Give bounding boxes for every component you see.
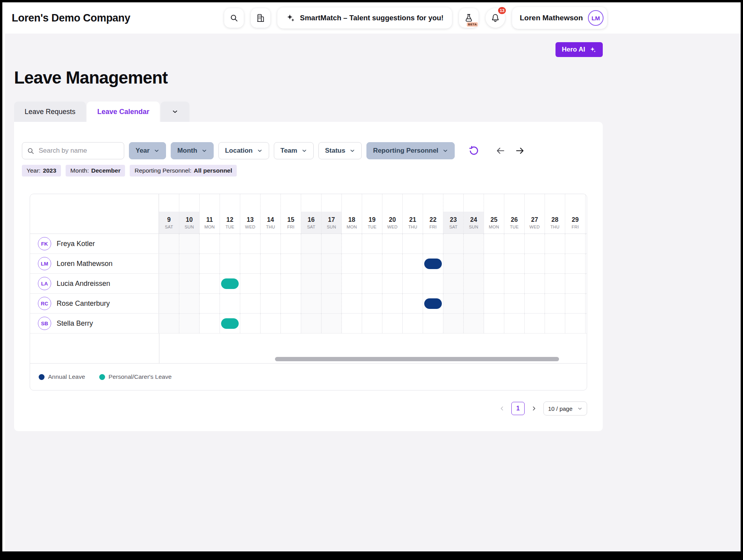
day-cell-27 — [525, 314, 545, 333]
filter-label: Month — [177, 147, 197, 155]
day-cell-9 — [159, 254, 179, 273]
applied-filter-chip: Month:December — [66, 165, 125, 177]
day-cell-23 — [443, 254, 464, 273]
day-cell-17 — [321, 274, 342, 293]
day-cell-23 — [443, 314, 464, 333]
annual-leave-pill[interactable] — [424, 259, 442, 269]
day-cell-16 — [301, 314, 321, 333]
day-header-28: 28THU — [545, 194, 565, 234]
day-cell-filler — [586, 294, 587, 313]
day-header-22: 22FRI — [423, 194, 443, 234]
day-cell-12 — [220, 274, 240, 293]
day-cell-28 — [545, 234, 565, 253]
chevron-down-icon — [172, 109, 178, 115]
day-cell-20 — [382, 234, 403, 253]
tab-more-dropdown[interactable] — [161, 102, 189, 122]
sparkle-icon — [589, 46, 597, 54]
filter-month[interactable]: Month — [171, 142, 214, 159]
day-cell-16 — [301, 294, 321, 313]
day-cell-28 — [545, 294, 565, 313]
day-header-10: 10SUN — [179, 194, 200, 234]
horizontal-scrollbar[interactable] — [275, 357, 559, 361]
filter-year[interactable]: Year — [129, 142, 166, 159]
day-cell-15 — [281, 294, 301, 313]
filter-status[interactable]: Status — [318, 142, 362, 159]
day-cell-29 — [565, 234, 586, 253]
day-cell-17 — [321, 254, 342, 273]
day-header-12: 12TUE — [220, 194, 240, 234]
day-header-23: 23SAT — [443, 194, 464, 234]
day-cell-18 — [342, 314, 362, 333]
day-cell-21 — [403, 314, 423, 333]
day-cell-22 — [423, 234, 443, 253]
filter-team[interactable]: Team — [274, 142, 314, 159]
chevron-right-icon — [531, 405, 537, 412]
legend-dot-personal — [99, 374, 105, 380]
day-cell-19 — [362, 234, 382, 253]
day-cell-25 — [484, 314, 504, 333]
tab-leave-calendar[interactable]: Leave Calendar — [87, 102, 160, 122]
filter-reporting-personnel[interactable]: Reporting Personnel — [366, 142, 455, 159]
avatar: LA — [38, 277, 51, 290]
day-cell-29 — [565, 274, 586, 293]
day-cell-26 — [504, 314, 525, 333]
day-cell-29 — [565, 294, 586, 313]
day-cell-24 — [464, 294, 484, 313]
day-cell-20 — [382, 274, 403, 293]
previous-page-button[interactable] — [497, 404, 507, 413]
calendar-corner-cell — [30, 194, 159, 234]
day-cell-24 — [464, 234, 484, 253]
day-header-9: 9SAT — [159, 194, 179, 234]
applied-filter-chip: Year:2023 — [22, 165, 61, 177]
global-search-button[interactable] — [224, 8, 244, 28]
personal-leave-pill[interactable] — [221, 318, 239, 329]
user-menu-button[interactable]: Loren Mathewson LM — [512, 7, 607, 29]
day-cell-25 — [484, 294, 504, 313]
notification-count-badge: 13 — [497, 6, 507, 15]
search-by-name-box — [22, 142, 124, 159]
calendar-row-freya-kotler: FKFreya Kotler — [30, 234, 587, 254]
annual-leave-pill[interactable] — [424, 298, 442, 309]
calendar-row-rose-canterbury: RCRose Canterbury — [30, 294, 587, 314]
filter-label: Team — [280, 147, 297, 155]
day-cell-9 — [159, 234, 179, 253]
day-cell-22 — [423, 254, 443, 273]
personal-leave-pill[interactable] — [221, 278, 239, 289]
organisation-button[interactable] — [251, 8, 270, 28]
tab-leave-requests[interactable]: Leave Requests — [14, 102, 86, 122]
day-header-29: 29FRI — [565, 194, 586, 234]
next-period-button[interactable] — [514, 145, 526, 157]
page-size-select[interactable]: 10 / page — [543, 401, 587, 416]
day-cell-25 — [484, 234, 504, 253]
day-cell-20 — [382, 294, 403, 313]
labs-button[interactable]: BETA — [459, 8, 479, 28]
day-header-15: 15FRI — [281, 194, 301, 234]
smartmatch-button[interactable]: SmartMatch – Talent suggestions for you! — [277, 7, 452, 29]
day-cell-filler — [586, 314, 587, 333]
day-cell-19 — [362, 274, 382, 293]
filter-location[interactable]: Location — [218, 142, 269, 159]
day-cell-15 — [281, 254, 301, 273]
search-icon — [27, 147, 34, 155]
day-cell-16 — [301, 234, 321, 253]
previous-period-button[interactable] — [495, 145, 506, 157]
day-cell-27 — [525, 234, 545, 253]
notifications-button[interactable]: 13 — [486, 8, 505, 28]
search-input[interactable] — [38, 146, 119, 155]
page-number-button[interactable]: 1 — [511, 402, 525, 415]
chevron-down-icon — [443, 148, 448, 153]
refresh-icon — [468, 145, 479, 156]
day-cell-15 — [281, 314, 301, 333]
reset-filters-button[interactable] — [466, 143, 482, 159]
employee-name: Freya Kotler — [57, 240, 95, 248]
tab-bar: Leave Requests Leave Calendar — [14, 102, 603, 122]
hero-ai-button[interactable]: Hero AI — [555, 42, 603, 57]
avatar: RC — [38, 297, 51, 310]
day-cell-21 — [403, 294, 423, 313]
day-cell-26 — [504, 294, 525, 313]
next-page-button[interactable] — [529, 404, 539, 413]
day-cell-16 — [301, 274, 321, 293]
day-cell-14 — [261, 294, 281, 313]
day-cell-22 — [423, 294, 443, 313]
employee-name: Lucia Andreissen — [57, 280, 110, 288]
